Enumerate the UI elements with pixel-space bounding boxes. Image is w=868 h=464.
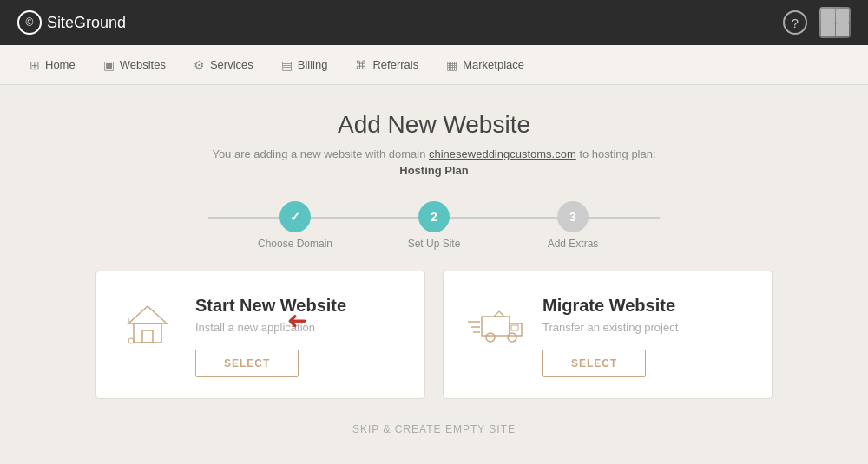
svg-marker-0 [128,306,167,323]
subtitle-post: to hosting plan: [576,147,656,160]
nav-item-marketplace[interactable]: ▦ Marketplace [434,51,536,79]
steps-container: ✓ Choose Domain 2 Set Up Site 3 Add Extr… [61,201,807,250]
logo[interactable]: © SiteGround [17,10,126,35]
nav-item-billing[interactable]: ▤ Billing [269,51,340,79]
subtitle-pre: You are adding a new website with domain [212,147,429,160]
billing-icon: ▤ [281,58,293,72]
help-button[interactable]: ? [783,10,807,35]
card-start-new-title: Start New Website [195,296,404,316]
websites-icon: ▣ [103,58,115,72]
house-illustration [117,299,178,351]
avatar[interactable] [819,7,851,38]
services-icon: ⚙ [194,58,205,72]
card-start-new-content: Start New Website Install a new applicat… [195,296,404,377]
cards-container: Start New Website Install a new applicat… [61,271,807,399]
logo-text: SiteGround [47,14,126,32]
card-start-new-desc: Install a new application [195,321,404,334]
nav-item-home[interactable]: ⊞ Home [17,51,88,79]
nav-item-websites[interactable]: ▣ Websites [91,51,178,79]
svg-rect-2 [142,330,153,343]
card-migrate-content: Migrate Website Transfer an existing pro… [542,296,751,377]
plan-label: Hosting Plan [61,164,807,177]
referrals-icon: ⌘ [355,58,367,72]
nav-label-websites: Websites [120,58,166,71]
nav-label-home: Home [45,58,76,71]
card-migrate-desc: Transfer an existing project [542,321,751,334]
nav-item-referrals[interactable]: ⌘ Referrals [343,51,431,79]
card-migrate: Migrate Website Transfer an existing pro… [443,271,773,399]
step-label-3: Add Extras [548,238,599,250]
step-choose-domain: ✓ Choose Domain [226,201,365,250]
step-label-1: Choose Domain [258,238,332,250]
card-migrate-title: Migrate Website [542,296,751,316]
card-migrate-select-button[interactable]: SELECT [542,350,646,377]
home-icon: ⊞ [30,58,40,72]
svg-point-9 [508,333,516,342]
logo-icon: © [17,10,42,35]
step-circle-1: ✓ [279,201,311,232]
main-content: Add New Website You are adding a new web… [43,85,825,453]
card-start-new: Start New Website Install a new applicat… [95,271,425,399]
plan-name: Hosting Plan [399,164,468,177]
nav-item-services[interactable]: ⚙ Services [181,51,266,79]
subtitle: You are adding a new website with domain… [61,147,807,160]
step-add-extras: 3 Add Extras [503,201,642,250]
nav-label-services: Services [210,58,253,71]
navbar: ⊞ Home ▣ Websites ⚙ Services ▤ Billing ⌘… [0,45,868,85]
step-circle-2: 2 [418,201,450,232]
svg-rect-1 [134,323,161,343]
step-label-2: Set Up Site [408,238,461,250]
step-circle-3: 3 [557,201,589,232]
nav-label-billing: Billing [298,58,328,71]
domain-text: chineseweddingcustoms.com [429,147,576,160]
nav-label-referrals: Referrals [372,58,418,71]
svg-marker-13 [494,311,504,317]
truck-illustration [464,299,525,351]
svg-rect-7 [511,325,518,330]
svg-point-3 [128,338,134,343]
page-title: Add New Website [61,111,807,139]
topbar-right: ? [783,7,851,38]
nav-label-marketplace: Marketplace [463,58,524,71]
svg-rect-5 [482,317,510,336]
step-set-up-site: 2 Set Up Site [365,201,503,250]
marketplace-icon: ▦ [446,58,457,72]
card-start-new-select-button[interactable]: SELECT [195,350,299,377]
svg-point-8 [486,333,495,342]
skip-create-link[interactable]: SKIP & CREATE EMPTY SITE [61,423,807,435]
topbar: © SiteGround ? [0,0,868,45]
